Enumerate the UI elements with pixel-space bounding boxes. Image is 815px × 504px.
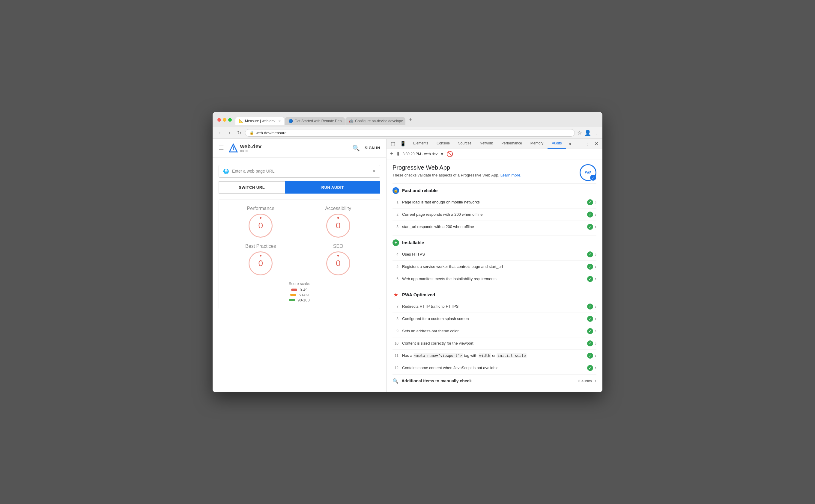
check-icon-12: ✓	[587, 365, 593, 371]
clear-input-icon[interactable]: ×	[372, 168, 376, 174]
chevron-12[interactable]: ›	[595, 365, 596, 371]
url-input-wrapper: 🌐 ×	[219, 165, 380, 178]
audit-no-throttle-icon[interactable]: 🚫	[447, 151, 453, 157]
score-label-seo: SEO	[333, 244, 343, 249]
audit-add-button[interactable]: +	[390, 151, 393, 157]
score-item-seo: SEO 0	[302, 244, 374, 275]
devtools-more-tabs[interactable]: »	[566, 139, 574, 149]
audit-status-4: ✓ ›	[587, 251, 596, 257]
scale-range-red: 0-49	[299, 288, 307, 292]
audit-num-6: 6	[392, 277, 398, 281]
additional-items-count: 3 audits	[578, 379, 592, 383]
additional-items-row[interactable]: 🔍 Additional items to manually check 3 a…	[392, 374, 596, 387]
devtools-settings-icon[interactable]: ⋮	[583, 139, 591, 148]
audit-text-6: Web app manifest meets the installabilit…	[402, 277, 584, 281]
forward-button[interactable]: ›	[226, 129, 233, 136]
chevron-2[interactable]: ›	[595, 212, 596, 217]
tab-close-1[interactable]: ×	[278, 119, 281, 123]
reload-button[interactable]: ↻	[235, 129, 242, 136]
audit-timestamp: 3:39:29 PM - web.dev	[403, 152, 438, 156]
check-icon-9: ✓	[587, 328, 593, 334]
installable-title: Installable	[402, 240, 424, 245]
fast-reliable-title: Fast and reliable	[402, 188, 438, 193]
pwa-check-icon: ✓	[590, 175, 596, 181]
audit-timestamp-dropdown[interactable]: ▼	[440, 152, 444, 156]
audit-status-5: ✓ ›	[587, 264, 596, 270]
additional-items-chevron[interactable]: ›	[595, 378, 596, 384]
additional-items-label: Additional items to manually check	[401, 378, 575, 383]
chevron-4[interactable]: ›	[595, 252, 596, 257]
search-icon[interactable]: 🔍	[352, 144, 360, 152]
scale-item-yellow: 50-89	[225, 293, 374, 297]
magnify-icon: 🔍	[392, 378, 398, 384]
chevron-7[interactable]: ›	[595, 304, 596, 309]
scale-item-green: 90-100	[225, 298, 374, 302]
close-traffic-light[interactable]	[217, 118, 221, 122]
chevron-3[interactable]: ›	[595, 224, 596, 230]
scale-range-yellow: 50-89	[299, 293, 308, 297]
audit-row-9: 9 Sets an address-bar theme color ✓ ›	[392, 325, 596, 337]
bookmark-icon[interactable]: ☆	[577, 129, 582, 136]
chevron-10[interactable]: ›	[595, 341, 596, 346]
more-icon[interactable]: ⋮	[593, 129, 599, 136]
chevron-8[interactable]: ›	[595, 316, 596, 322]
audit-row-6: 6 Web app manifest meets the installabil…	[392, 273, 596, 285]
devtools-tab-sources[interactable]: Sources	[454, 139, 476, 149]
maximize-traffic-light[interactable]	[228, 118, 232, 122]
browser-tab-1[interactable]: 📐 Measure | web.dev ×	[235, 117, 284, 125]
browser-tab-3[interactable]: 🤖 Configure on-device develope... ×	[345, 117, 405, 125]
score-value-accessibility: 0	[336, 221, 340, 230]
main-content: ☰ web.dev BETA 🔍 SIGN IN	[213, 139, 602, 392]
browser-tab-2[interactable]: 🔵 Get Started with Remote Debu... ×	[285, 117, 345, 125]
run-audit-button[interactable]: RUN AUDIT	[285, 181, 380, 194]
audit-num-11: 11	[392, 354, 398, 358]
devtools-element-picker[interactable]: ⬚	[389, 139, 397, 148]
audit-title: Progressive Web App	[392, 164, 522, 171]
score-scale-title: Score scale:	[225, 281, 374, 286]
devtools-tab-console[interactable]: Console	[433, 139, 454, 149]
address-field[interactable]: 🔒 web.dev/measure	[245, 129, 575, 137]
check-icon-8: ✓	[587, 316, 593, 322]
audit-num-10: 10	[392, 341, 398, 345]
devtools-close-icon[interactable]: ✕	[593, 139, 600, 148]
devtools-tab-memory[interactable]: Memory	[526, 139, 548, 149]
new-tab-button[interactable]: +	[406, 115, 415, 125]
devtools-tab-elements[interactable]: Elements	[409, 139, 433, 149]
chevron-9[interactable]: ›	[595, 328, 596, 334]
audit-text-12: Contains some content when JavaScript is…	[402, 366, 584, 370]
learn-more-link[interactable]: Learn more.	[501, 173, 522, 177]
audit-row-10: 10 Content is sized correctly for the vi…	[392, 337, 596, 350]
url-input[interactable]	[232, 169, 369, 173]
tab-title-2: Get Started with Remote Debu...	[294, 119, 345, 123]
address-bar-row: ‹ › ↻ 🔒 web.dev/measure ☆ 👤 ⋮	[213, 127, 602, 139]
audit-row-1: 1 Page load is fast enough on mobile net…	[392, 196, 596, 209]
chevron-6[interactable]: ›	[595, 276, 596, 282]
audit-num-2: 2	[392, 212, 398, 217]
chevron-5[interactable]: ›	[595, 264, 596, 269]
sign-in-button[interactable]: SIGN IN	[364, 146, 380, 150]
devtools-tab-network[interactable]: Network	[476, 139, 497, 149]
pwa-badge-text: PWA	[585, 171, 591, 174]
switch-url-button[interactable]: SWITCH URL	[219, 181, 285, 194]
devtools-tab-audits[interactable]: Audits	[548, 139, 566, 149]
audit-status-12: ✓ ›	[587, 365, 596, 371]
minimize-traffic-light[interactable]	[223, 118, 226, 122]
back-button[interactable]: ‹	[216, 129, 223, 136]
audit-text-8: Configured for a custom splash screen	[402, 316, 584, 321]
chevron-1[interactable]: ›	[595, 200, 596, 205]
account-icon[interactable]: 👤	[585, 129, 591, 136]
audit-status-1: ✓ ›	[587, 199, 596, 205]
audit-download-icon[interactable]: ⬇	[396, 151, 400, 157]
title-bar: 📐 Measure | web.dev × 🔵 Get Started with…	[213, 112, 602, 127]
hamburger-menu[interactable]: ☰	[219, 144, 224, 152]
devtools-panel: ⬚ 📱 Elements Console Sources Network	[386, 139, 602, 392]
pwa-badge: PWA ✓	[580, 164, 596, 181]
chevron-11[interactable]: ›	[595, 353, 596, 358]
devtools-device-toolbar[interactable]: 📱	[398, 139, 408, 148]
audit-status-9: ✓ ›	[587, 328, 596, 334]
audit-num-8: 8	[392, 317, 398, 321]
browser-window: 📐 Measure | web.dev × 🔵 Get Started with…	[213, 112, 602, 392]
installable-icon: +	[392, 239, 399, 246]
audit-description: These checks validate the aspects of a P…	[392, 173, 522, 177]
devtools-tab-performance[interactable]: Performance	[497, 139, 526, 149]
